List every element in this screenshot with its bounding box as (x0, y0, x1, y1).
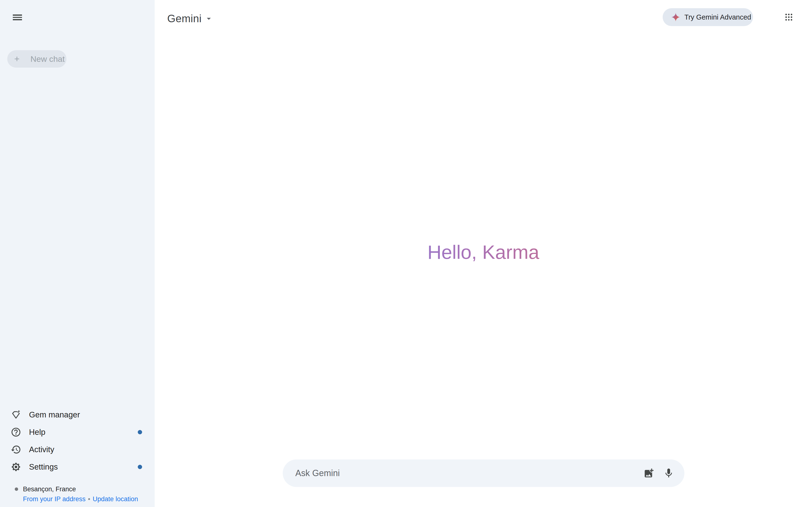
sparkle-icon (671, 13, 680, 21)
sidebar-item-label: Gem manager (29, 410, 80, 419)
prompt-bar (283, 459, 684, 487)
help-icon (11, 427, 21, 438)
try-gemini-advanced-button[interactable]: Try Gemini Advanced (663, 8, 753, 26)
try-gemini-advanced-label: Try Gemini Advanced (684, 13, 751, 21)
gear-icon (11, 462, 21, 472)
mic-icon (663, 468, 674, 479)
greeting-text: Hello, Karma (155, 240, 812, 264)
sidebar-item-activity[interactable]: Activity (0, 441, 155, 458)
location-info: Besançon, France From your IP address • … (0, 484, 155, 503)
sidebar-item-label: Activity (29, 445, 54, 454)
sidebar-item-label: Settings (29, 462, 58, 471)
location-city: Besançon, France (23, 486, 76, 493)
sidebar-bottom-menu: Gem manager Help Activity (0, 406, 155, 475)
settings-notification-dot (138, 465, 142, 469)
plus-icon (13, 55, 21, 63)
apps-grid-icon (784, 12, 794, 22)
sidebar: New chat Gem manager Help Activity (0, 0, 155, 507)
google-apps-button[interactable] (780, 8, 798, 26)
history-icon (11, 444, 21, 455)
model-switcher[interactable]: Gemini (167, 12, 214, 25)
update-location-link[interactable]: Update location (93, 495, 138, 503)
page-title: Gemini (167, 12, 202, 24)
prompt-input[interactable] (295, 459, 643, 487)
chevron-down-icon (204, 14, 214, 23)
location-dot-icon (15, 488, 18, 491)
sidebar-item-help[interactable]: Help (0, 424, 155, 441)
help-notification-dot (138, 430, 142, 434)
hamburger-icon (13, 14, 22, 16)
mic-button[interactable] (663, 468, 674, 479)
new-chat-label: New chat (31, 54, 65, 64)
gem-icon (11, 409, 21, 420)
upload-image-button[interactable] (643, 468, 654, 479)
sidebar-item-gem-manager[interactable]: Gem manager (0, 406, 155, 424)
from-ip-link[interactable]: From your IP address (23, 495, 86, 503)
location-separator: • (88, 495, 90, 503)
add-image-icon (643, 468, 654, 479)
main-menu-button[interactable] (9, 9, 26, 26)
sidebar-item-label: Help (29, 428, 45, 437)
new-chat-button[interactable]: New chat (7, 50, 66, 68)
sidebar-item-settings[interactable]: Settings (0, 458, 155, 475)
